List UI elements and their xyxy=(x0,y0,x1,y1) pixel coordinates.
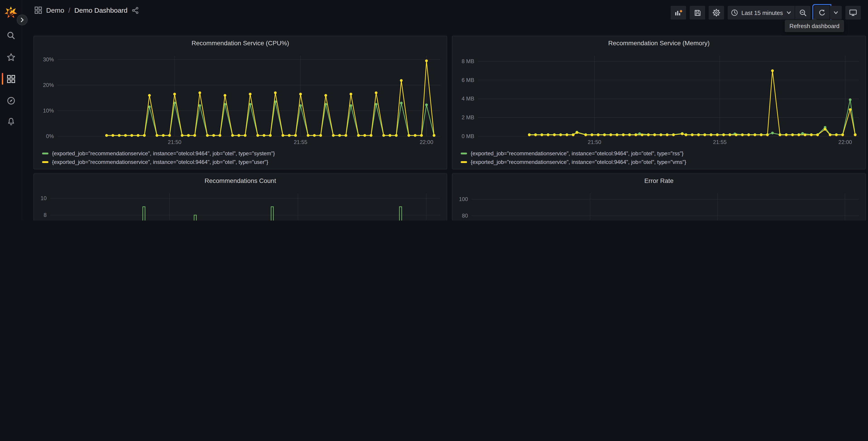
bell-icon xyxy=(6,117,15,126)
time-range-picker[interactable]: Last 15 minutes xyxy=(728,6,795,20)
svg-text:22:00: 22:00 xyxy=(420,139,433,145)
sidebar: ? xyxy=(0,0,22,220)
grafana-app: ? Demo / Demo Dashboard xyxy=(0,0,868,220)
zoom-out-button[interactable] xyxy=(795,6,810,20)
toolbar: Last 15 minutes xyxy=(671,6,861,20)
save-dashboard-button[interactable] xyxy=(690,6,705,20)
chevron-down-icon xyxy=(833,10,839,16)
breadcrumb-separator: / xyxy=(68,6,70,14)
breadcrumb: Demo / Demo Dashboard xyxy=(34,6,139,14)
svg-text:2 MB: 2 MB xyxy=(462,114,474,120)
sidebar-item-starred[interactable] xyxy=(0,49,22,65)
star-icon xyxy=(6,53,15,61)
grafana-logo-icon xyxy=(4,6,18,20)
chevron-right-icon xyxy=(20,18,25,22)
legend-label: {exported_job="recommendationservice", i… xyxy=(52,159,268,165)
svg-text:22:00: 22:00 xyxy=(838,139,852,145)
search-icon xyxy=(6,31,15,40)
legend-swatch xyxy=(461,161,467,163)
tooltip: Refresh dashboard xyxy=(785,20,844,32)
dashboards-grid-icon xyxy=(6,75,15,83)
add-panel-button[interactable] xyxy=(671,6,686,20)
compass-icon xyxy=(6,96,15,105)
dashboard-grid: Recommendation Service (CPU%) 0%10%20%30… xyxy=(33,36,866,220)
time-controls: Last 15 minutes xyxy=(728,6,810,20)
apps-grid-icon xyxy=(34,6,42,14)
dashboard-settings-button[interactable] xyxy=(709,6,724,20)
chevron-down-icon xyxy=(786,10,792,16)
svg-text:20%: 20% xyxy=(43,82,54,88)
svg-text:21:55: 21:55 xyxy=(294,139,307,145)
legend-swatch xyxy=(461,152,467,154)
legend-swatch xyxy=(42,161,49,163)
panel-title[interactable]: Recommendation Service (Memory) xyxy=(453,36,865,50)
svg-text:8 MB: 8 MB xyxy=(462,58,474,64)
legend: {exported_job="recommendationservice", i… xyxy=(34,148,447,169)
share-icon[interactable] xyxy=(132,6,139,14)
zoom-out-icon xyxy=(799,9,807,17)
sidebar-item-alerting[interactable] xyxy=(0,113,22,129)
svg-text:0 MB: 0 MB xyxy=(462,133,474,139)
clock-icon xyxy=(731,9,738,16)
save-icon xyxy=(693,9,701,17)
sidebar-item-dashboards[interactable] xyxy=(0,70,22,87)
breadcrumb-dashboard-title[interactable]: Demo Dashboard xyxy=(74,6,127,14)
svg-text:10%: 10% xyxy=(43,108,54,114)
panel-recommendations-count: Recommendations Count 024681021:5021:552… xyxy=(33,173,447,220)
svg-text:100: 100 xyxy=(459,196,468,202)
sidebar-item-search[interactable] xyxy=(0,27,22,43)
panel-recommendation-cpu: Recommendation Service (CPU%) 0%10%20%30… xyxy=(33,36,447,169)
refresh-controls xyxy=(814,6,842,20)
svg-text:4 MB: 4 MB xyxy=(462,95,474,101)
legend-label: {exported_job="recommendationservice", i… xyxy=(52,150,275,156)
refresh-icon xyxy=(818,9,826,17)
legend-item[interactable]: {exported_job="recommendationservice", i… xyxy=(461,157,861,166)
panel-error-rate: Error Rate 02040608010021:5021:5522:00 {… xyxy=(452,173,866,220)
add-panel-icon xyxy=(674,9,682,17)
chart-recommendations-count[interactable]: 024681021:5021:5522:00 xyxy=(34,187,447,220)
legend-item[interactable]: {exported_job="recommendationservice", i… xyxy=(461,149,861,157)
legend-item[interactable]: {exported_job="recommendationservice", i… xyxy=(42,157,442,166)
breadcrumb-folder[interactable]: Demo xyxy=(46,6,64,14)
time-range-label: Last 15 minutes xyxy=(741,9,783,16)
panel-recommendation-memory: Recommendation Service (Memory) 0 MB2 MB… xyxy=(452,36,866,169)
svg-text:8: 8 xyxy=(44,212,46,218)
legend: {exported_job="recommendationservice", i… xyxy=(453,148,865,169)
refresh-interval-dropdown[interactable] xyxy=(830,6,842,20)
header: Demo / Demo Dashboard xyxy=(22,0,868,25)
svg-text:21:50: 21:50 xyxy=(168,139,182,145)
chart-recommendation-cpu[interactable]: 0%10%20%30%21:5021:5522:00 xyxy=(34,50,447,148)
kiosk-monitor-icon xyxy=(849,9,857,17)
svg-text:10: 10 xyxy=(40,195,46,201)
legend-label: {exported_job="recommendationservice", i… xyxy=(471,150,684,156)
svg-text:21:55: 21:55 xyxy=(713,139,726,145)
panel-title[interactable]: Recommendation Service (CPU%) xyxy=(34,36,447,50)
svg-text:0%: 0% xyxy=(46,133,54,139)
sidebar-item-explore[interactable] xyxy=(0,92,22,109)
legend-label: {exported_job="recommendationservice", i… xyxy=(471,159,686,165)
refresh-button[interactable] xyxy=(814,6,830,20)
active-indicator xyxy=(2,73,3,85)
gear-icon xyxy=(712,9,720,17)
svg-text:6 MB: 6 MB xyxy=(462,77,474,83)
svg-text:30%: 30% xyxy=(43,56,54,62)
legend-item[interactable]: {exported_job="recommendationservice", i… xyxy=(42,149,442,157)
panel-title[interactable]: Error Rate xyxy=(453,174,865,187)
chart-error-rate[interactable]: 02040608010021:5021:5522:00 xyxy=(453,187,865,220)
svg-text:21:50: 21:50 xyxy=(588,139,601,145)
kiosk-mode-button[interactable] xyxy=(845,6,861,20)
chart-recommendation-memory[interactable]: 0 MB2 MB4 MB6 MB8 MB21:5021:5522:00 xyxy=(453,50,865,148)
svg-text:80: 80 xyxy=(462,212,468,219)
legend-swatch xyxy=(42,152,49,154)
sidebar-expand-button[interactable] xyxy=(17,14,28,25)
panel-title[interactable]: Recommendations Count xyxy=(34,174,447,187)
